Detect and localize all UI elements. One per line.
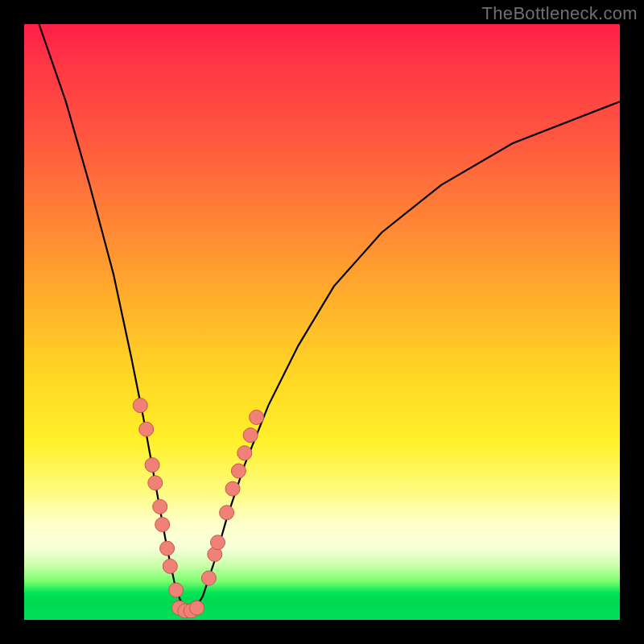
data-marker	[155, 518, 170, 532]
chart-frame: TheBottleneck.com	[0, 0, 644, 644]
data-marker	[237, 446, 252, 460]
plot-area	[24, 24, 620, 620]
data-marker	[225, 481, 240, 496]
data-marker	[201, 571, 216, 585]
data-marker	[160, 541, 175, 555]
curve-layer	[24, 24, 620, 620]
bottleneck-curve	[39, 24, 621, 611]
data-marker	[169, 583, 184, 597]
data-marker	[139, 422, 154, 436]
watermark-text: TheBottleneck.com	[482, 3, 638, 24]
data-marker	[153, 499, 167, 514]
marker-group	[133, 398, 263, 618]
data-marker	[148, 476, 163, 490]
data-marker	[243, 428, 258, 443]
data-marker	[145, 458, 159, 473]
data-marker	[250, 410, 264, 424]
data-marker	[231, 464, 246, 478]
data-marker	[220, 506, 234, 520]
data-marker	[211, 535, 225, 550]
data-marker	[190, 601, 204, 615]
data-marker	[133, 398, 147, 413]
data-marker	[163, 559, 177, 573]
